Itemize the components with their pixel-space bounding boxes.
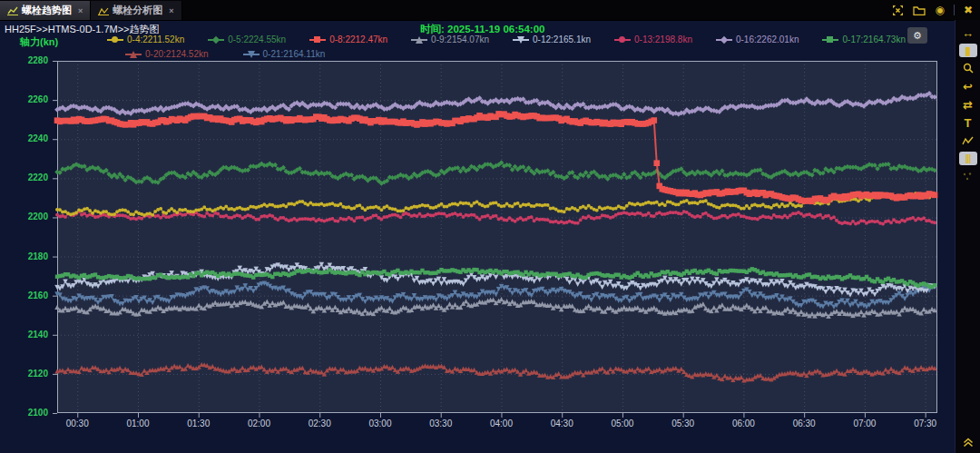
legend-marker-icon xyxy=(243,51,260,58)
legend-item-0-21[interactable]: 0-21:2164.11kn xyxy=(243,49,326,59)
text-tool-icon[interactable]: T xyxy=(959,115,977,130)
legend-marker-icon xyxy=(513,36,529,44)
time-label: 时间: xyxy=(420,24,445,34)
collapse-top-icon[interactable] xyxy=(959,435,977,449)
legend-label: 0-9:2154.07kn xyxy=(431,34,489,44)
x-tick-label: 05:30 xyxy=(671,419,694,428)
bar-chart-icon xyxy=(98,6,109,15)
x-tick-label: 01:30 xyxy=(187,419,210,428)
x-tick-label: 00:30 xyxy=(66,419,89,428)
tab-bolt-analysis[interactable]: 螺栓分析图 × xyxy=(91,1,181,20)
record-icon[interactable]: ◉ xyxy=(935,5,944,15)
divider xyxy=(954,5,955,15)
compare-icon[interactable]: ⇄ xyxy=(959,97,977,112)
legend-marker-icon xyxy=(125,51,142,58)
legend-item-0-13[interactable]: 0-13:2198.8kn xyxy=(614,34,692,44)
legend-label: 0-8:2212.47kn xyxy=(329,34,387,44)
tab-label: 螺栓分析图 xyxy=(113,4,162,17)
tab-label: 螺栓趋势图 xyxy=(22,4,72,17)
legend-item-0-12[interactable]: 0-12:2165.1kn xyxy=(513,34,591,44)
legend-marker-icon xyxy=(309,36,326,44)
settings-button[interactable]: ⚙ xyxy=(907,27,927,44)
x-tick-label: 07:00 xyxy=(853,419,876,428)
legend-marker-icon xyxy=(208,36,224,44)
x-tick-label: 07:30 xyxy=(914,419,936,428)
legend-item-0-20[interactable]: 0-20:2124.52kn xyxy=(125,49,209,59)
legend-marker-icon xyxy=(822,36,838,44)
legend-label: 0-16:2262.01kn xyxy=(736,34,799,44)
undo-icon[interactable]: ↩ xyxy=(959,79,977,94)
x-tick-label: 04:00 xyxy=(490,419,513,428)
pointer-tool-button[interactable]: ▮ xyxy=(959,44,977,57)
y-tick-label: 2100 xyxy=(0,408,48,418)
tab-bar: 螺栓趋势图 × 螺栓分析图 × ◉ ✖ xyxy=(0,0,980,21)
x-tick-label: 05:00 xyxy=(611,419,633,428)
folder-icon[interactable] xyxy=(913,5,926,15)
y-tick-label: 2120 xyxy=(0,369,48,379)
x-tick-label: 06:00 xyxy=(732,419,755,428)
legend-marker-icon xyxy=(411,36,427,44)
y-tick-label: 2160 xyxy=(0,291,48,300)
y-tick-label: 2260 xyxy=(0,94,48,104)
fit-width-icon[interactable]: ↔ xyxy=(959,25,977,40)
x-tick-label: 04:30 xyxy=(551,419,573,428)
legend-item-0-8[interactable]: 0-8:2212.47kn xyxy=(309,34,387,44)
y-tick-label: 2280 xyxy=(0,55,48,65)
x-tick-label: 06:30 xyxy=(793,419,816,428)
legend-marker-icon xyxy=(716,36,732,44)
y-tick-label: 2180 xyxy=(0,251,48,261)
y-tick-label: 2220 xyxy=(0,172,48,182)
tab-close-icon[interactable]: × xyxy=(78,6,83,15)
legend-marker-icon xyxy=(614,36,631,44)
tool-sidebar: ↔▮↩⇄T||| xyxy=(955,20,980,453)
tab-bolt-trend[interactable]: 螺栓趋势图 × xyxy=(0,1,91,20)
time-value: 2025-11-19 06:54:00 xyxy=(447,24,544,34)
x-tick-label: 03:00 xyxy=(368,419,391,428)
fit-screen-icon[interactable] xyxy=(892,5,904,16)
line-chart-icon xyxy=(7,6,18,15)
y-axis-title: 轴力(kn) xyxy=(20,35,58,49)
x-tick-label: 02:30 xyxy=(309,419,331,428)
x-tick-label: 02:00 xyxy=(248,419,270,428)
legend-label: 0-20:2124.52kn xyxy=(145,49,209,59)
legend-item-0-5[interactable]: 0-5:2224.55kn xyxy=(208,34,286,44)
legend-item-0-16[interactable]: 0-16:2262.01kn xyxy=(716,34,799,44)
zoom-icon[interactable] xyxy=(959,61,977,75)
close-window-icon[interactable]: ✖ xyxy=(964,5,973,15)
legend-label: 0-4:2211.52kn xyxy=(127,34,184,44)
y-tick-label: 2240 xyxy=(0,133,48,143)
legend-label: 0-5:2224.55kn xyxy=(228,34,286,44)
tab-close-icon[interactable]: × xyxy=(169,6,173,15)
y-tick-label: 2140 xyxy=(0,330,48,340)
legend-item-0-4[interactable]: 0-4:2211.52kn xyxy=(107,34,184,44)
window-controls: ◉ ✖ xyxy=(892,0,980,20)
legend-marker-icon xyxy=(107,36,123,44)
x-tick-label: 01:00 xyxy=(126,419,149,428)
polyline-icon[interactable] xyxy=(959,133,977,148)
y-tick-label: 2200 xyxy=(0,212,48,222)
chart-legend-row-2: 0-20:2124.52kn0-21:2164.11kn xyxy=(125,49,325,59)
trend-chart-canvas[interactable] xyxy=(52,61,939,419)
gear-icon: ⚙ xyxy=(913,30,922,42)
x-tick-label: 03:30 xyxy=(429,419,452,428)
list-tool-button[interactable]: ||| xyxy=(959,152,977,165)
legend-label: 0-21:2164.11kn xyxy=(263,49,326,59)
legend-label: 0-17:2164.73kn xyxy=(842,34,906,44)
legend-item-0-17[interactable]: 0-17:2164.73kn xyxy=(822,34,906,44)
scatter-tool-icon[interactable] xyxy=(959,169,977,183)
legend-label: 0-12:2165.1kn xyxy=(533,34,591,44)
app-window: 螺栓趋势图 × 螺栓分析图 × ◉ ✖ xyxy=(0,0,980,453)
chart-legend-row-1: 0-4:2211.52kn0-5:2224.55kn0-8:2212.47kn0… xyxy=(107,34,906,44)
legend-label: 0-13:2198.8kn xyxy=(634,34,692,44)
legend-item-0-9[interactable]: 0-9:2154.07kn xyxy=(411,34,489,44)
